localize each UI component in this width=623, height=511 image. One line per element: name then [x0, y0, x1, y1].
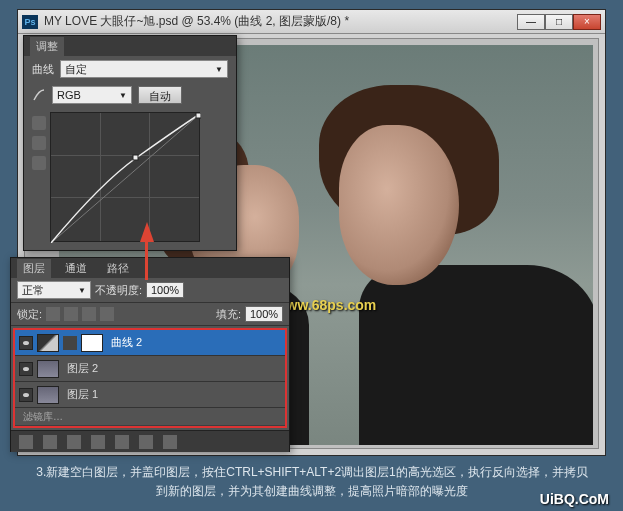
- adjustments-panel[interactable]: 调整 曲线 自定 ▼ RGB ▼ 自动: [23, 35, 237, 251]
- tutorial-caption: 3.新建空白图层，并盖印图层，按住CTRL+SHIFT+ALT+2调出图层1的高…: [32, 463, 592, 501]
- layers-tabs: 图层 通道 路径: [11, 258, 289, 278]
- svg-line-0: [51, 113, 201, 243]
- curves-thumb-icon: [37, 334, 59, 352]
- layer-name[interactable]: 曲线 2: [111, 335, 142, 350]
- layer-name[interactable]: 图层 1: [67, 387, 98, 402]
- annotation-arrow-line: [145, 240, 148, 280]
- group-icon[interactable]: [115, 435, 129, 449]
- tab-adjustments[interactable]: 调整: [30, 37, 64, 56]
- panel-tab-bar: 调整: [24, 36, 236, 56]
- close-button[interactable]: ×: [573, 14, 601, 30]
- title-bar[interactable]: Ps MY LOVE 大眼仔~旭.psd @ 53.4% (曲线 2, 图层蒙版…: [18, 10, 605, 34]
- layer-row-more[interactable]: 滤镜库…: [15, 408, 285, 426]
- more-label: 滤镜库…: [23, 410, 63, 424]
- tab-paths[interactable]: 路径: [101, 259, 135, 278]
- eyedropper-tools: [32, 112, 46, 242]
- mask-thumb-icon[interactable]: [81, 334, 103, 352]
- fill-label: 填充:: [216, 307, 241, 322]
- point-curve-icon[interactable]: [32, 88, 46, 102]
- layer-list-highlighted: 曲线 2 图层 2 图层 1 滤镜库…: [13, 328, 287, 428]
- lock-all-icon[interactable]: [100, 307, 114, 321]
- visibility-toggle-icon[interactable]: [19, 388, 33, 402]
- visibility-toggle-icon[interactable]: [19, 362, 33, 376]
- lock-label: 锁定:: [17, 307, 42, 322]
- svg-rect-2: [196, 113, 201, 118]
- layers-panel[interactable]: 图层 通道 路径 正常 ▼ 不透明度: 100% 锁定: 填充: 100% 曲线…: [10, 257, 290, 452]
- fill-input[interactable]: 100%: [245, 306, 283, 322]
- auto-button[interactable]: 自动: [138, 86, 182, 104]
- curves-graph[interactable]: [50, 112, 200, 242]
- opacity-label: 不透明度:: [95, 283, 142, 298]
- svg-rect-1: [133, 155, 138, 160]
- layers-footer: [11, 430, 289, 452]
- chevron-down-icon: ▼: [215, 65, 223, 74]
- chevron-down-icon: ▼: [119, 91, 127, 100]
- annotation-arrow-icon: [140, 222, 154, 242]
- minimize-button[interactable]: —: [517, 14, 545, 30]
- link-layers-icon[interactable]: [19, 435, 33, 449]
- blend-mode-dropdown[interactable]: 正常 ▼: [17, 281, 91, 299]
- trash-icon[interactable]: [163, 435, 177, 449]
- tab-channels[interactable]: 通道: [59, 259, 93, 278]
- curve-line[interactable]: [51, 113, 201, 243]
- channel-value: RGB: [57, 89, 81, 101]
- layer-row[interactable]: 曲线 2: [15, 330, 285, 356]
- visibility-toggle-icon[interactable]: [19, 336, 33, 350]
- layer-thumb-icon: [37, 360, 59, 378]
- chevron-down-icon: ▼: [78, 286, 86, 295]
- eyedropper-white-icon[interactable]: [32, 156, 46, 170]
- blend-mode-value: 正常: [22, 283, 44, 298]
- app-icon: Ps: [22, 15, 38, 29]
- preset-value: 自定: [65, 62, 87, 77]
- opacity-input[interactable]: 100%: [146, 282, 184, 298]
- lock-position-icon[interactable]: [82, 307, 96, 321]
- new-layer-icon[interactable]: [139, 435, 153, 449]
- tab-layers[interactable]: 图层: [17, 259, 51, 278]
- lock-transparent-icon[interactable]: [46, 307, 60, 321]
- lock-pixels-icon[interactable]: [64, 307, 78, 321]
- channel-dropdown[interactable]: RGB ▼: [52, 86, 132, 104]
- maximize-button[interactable]: □: [545, 14, 573, 30]
- eyedropper-black-icon[interactable]: [32, 116, 46, 130]
- layer-name[interactable]: 图层 2: [67, 361, 98, 376]
- adjustment-layer-icon[interactable]: [91, 435, 105, 449]
- curves-preset-dropdown[interactable]: 自定 ▼: [60, 60, 228, 78]
- brand-watermark: UiBQ.CoM: [540, 491, 609, 507]
- layer-row[interactable]: 图层 2: [15, 356, 285, 382]
- adjustment-type-label: 曲线: [32, 62, 54, 77]
- layer-thumb-icon: [37, 386, 59, 404]
- document-title: MY LOVE 大眼仔~旭.psd @ 53.4% (曲线 2, 图层蒙版/8)…: [44, 13, 517, 30]
- link-icon[interactable]: [63, 336, 77, 350]
- watermark-text: www.68ps.com: [276, 297, 377, 313]
- fx-icon[interactable]: [43, 435, 57, 449]
- eyedropper-gray-icon[interactable]: [32, 136, 46, 150]
- mask-icon[interactable]: [67, 435, 81, 449]
- layer-row[interactable]: 图层 1: [15, 382, 285, 408]
